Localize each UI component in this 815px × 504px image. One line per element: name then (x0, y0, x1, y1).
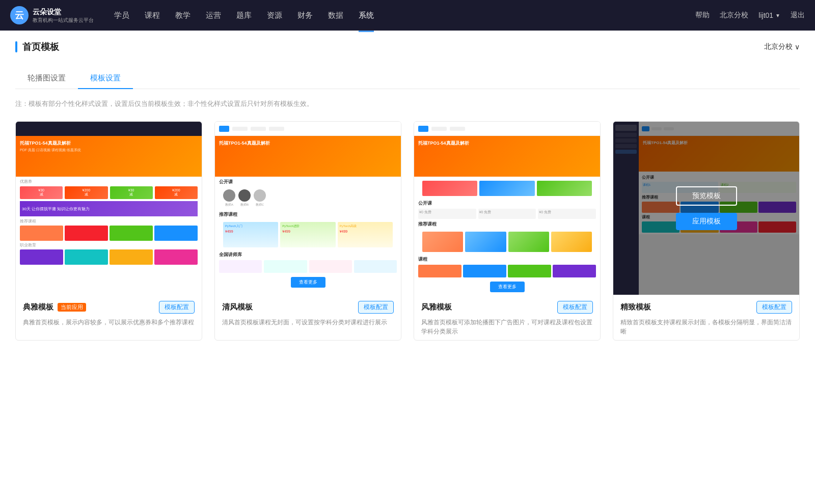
branch-selector-label: 北京分校 (764, 42, 793, 51)
templates-grid: 托福TPO1-54真题及解析 PDF·真题·口语视频·课程视频·练题系统 优惠券… (15, 121, 800, 341)
template-card-qingfeng: 托福TPO1-54真题及解析 公开课 教师A 教师B (214, 121, 401, 341)
nav-help[interactable]: 帮助 (695, 11, 710, 20)
template-footer-qingfeng: 清风模板 模板配置 清风首页模板课程无封面，可设置按学科分类对课程进行展示 (215, 295, 401, 331)
template-footer-dianya: 典雅模板 当前应用 模板配置 典雅首页模板，展示内容较多，可以展示优惠券和多个推… (16, 295, 202, 331)
logo-icon: 云 (10, 6, 29, 24)
branch-selector-arrow: ∨ (795, 43, 800, 51)
nav-item-operations[interactable]: 运营 (206, 9, 221, 22)
nav-username: lijt01 (758, 11, 773, 19)
nav-user[interactable]: lijt01 ▼ (758, 11, 780, 19)
template-card-jingzhi: 托福TPO1-54真题及解析 公开课 课程1 课程2 推荐课程 (613, 121, 800, 341)
nav-item-resources[interactable]: 资源 (267, 9, 282, 22)
template-card-fengya: 托福TPO1-54真题及解析 公开课 ¥0 免费 ¥0 免费 ¥0 免费 推荐课… (414, 121, 601, 341)
template-card-dianya: 托福TPO1-54真题及解析 PDF·真题·口语视频·课程视频·练题系统 优惠券… (15, 121, 202, 341)
nav-item-data[interactable]: 数据 (328, 9, 343, 22)
t3-more-btn[interactable]: 查看更多 (490, 282, 525, 292)
template-desc-jingzhi: 精致首页模板支持课程展示封面，各模板分隔明显，界面简洁清晰 (620, 318, 792, 336)
template-desc-qingfeng: 清风首页模板课程无封面，可设置按学科分类对课程进行展示 (222, 318, 394, 327)
template-footer-fengya: 风雅模板 模板配置 风雅首页模板可添加轮播图下广告图片，可对课程及课程包设置学科… (414, 295, 600, 340)
nav-item-questions[interactable]: 题库 (236, 9, 252, 22)
logo-main: 云朵设堂 (33, 7, 94, 16)
page-title: 首页模板 (22, 41, 59, 53)
t3-hero: 托福TPO1-54真题及解析 (414, 136, 600, 177)
template-footer-jingzhi: 精致模板 模板配置 精致首页模板支持课程展示封面，各模板分隔明显，界面简洁清晰 (613, 295, 799, 340)
nav-user-arrow: ▼ (775, 13, 780, 18)
nav-item-teaching[interactable]: 教学 (175, 9, 191, 22)
tabs-container: 轮播图设置 模板设置 (15, 68, 800, 89)
template-name-dianya: 典雅模板 (23, 302, 53, 312)
current-badge-dianya: 当前应用 (58, 303, 86, 312)
nav-item-system[interactable]: 系统 (359, 9, 374, 22)
template-name-fengya: 风雅模板 (421, 302, 452, 312)
note-text: 注：模板有部分个性化样式设置，设置后仅当前模板生效；非个性化样式设置后只针对所有… (15, 99, 800, 108)
tab-template[interactable]: 模板设置 (78, 68, 133, 89)
t1-header (16, 122, 202, 136)
nav-item-students[interactable]: 学员 (114, 9, 129, 22)
template-desc-dianya: 典雅首页模板，展示内容较多，可以展示优惠券和多个推荐课程 (23, 318, 195, 327)
template-name-qingfeng: 清风模板 (222, 302, 253, 312)
template-preview-jingzhi: 托福TPO1-54真题及解析 公开课 课程1 课程2 推荐课程 (613, 122, 799, 295)
logo-text: 云朵设堂 教育机构一站式服务云平台 (33, 7, 94, 23)
nav-branch[interactable]: 北京分校 (720, 11, 748, 20)
t2-hero: 托福TPO1-54真题及解析 (215, 136, 401, 177)
template-preview-dianya: 托福TPO1-54真题及解析 PDF·真题·口语视频·课程视频·练题系统 优惠券… (16, 122, 202, 295)
main-content: 首页模板 北京分校 ∨ 轮播图设置 模板设置 注：模板有部分个性化样式设置，设置… (0, 31, 815, 504)
t2-more-btn[interactable]: 查看更多 (291, 277, 325, 288)
page-header: 首页模板 北京分校 ∨ (15, 41, 800, 58)
template-desc-fengya: 风雅首页模板可添加轮播图下广告图片，可对课程及课程包设置学科分类展示 (421, 318, 593, 336)
nav-menu: 学员 课程 教学 运营 题库 资源 财务 数据 系统 (114, 9, 695, 22)
t2-header (215, 122, 401, 136)
t1-hero-content: 托福TPO1-54真题及解析 PDF·真题·口语视频·课程视频·练题系统 (16, 136, 202, 157)
preview-overlay-jingzhi: 预览模板 应用模板 (613, 122, 799, 295)
template-preview-qingfeng: 托福TPO1-54真题及解析 公开课 教师A 教师B (215, 122, 401, 295)
apply-template-btn[interactable]: 应用模板 (676, 213, 737, 230)
nav-right: 帮助 北京分校 lijt01 ▼ 退出 (695, 11, 805, 20)
config-btn-jingzhi[interactable]: 模板配置 (756, 301, 792, 314)
t3-header (414, 122, 600, 136)
t1-middle-section: 优惠券 ¥30减 ¥200减 ¥30减 ¥200减 30天 让你摆脱平庸 知识让… (16, 177, 202, 267)
t1-hero: 托福TPO1-54真题及解析 PDF·真题·口语视频·课程视频·练题系统 (16, 136, 202, 177)
nav-bar: 云 云朵设堂 教育机构一站式服务云平台 学员 课程 教学 运营 题库 资源 财务… (0, 0, 815, 31)
logo-sub: 教育机构一站式服务云平台 (33, 17, 94, 23)
page-title-wrapper: 首页模板 (15, 41, 59, 53)
config-btn-fengya[interactable]: 模板配置 (557, 301, 593, 314)
branch-selector[interactable]: 北京分校 ∨ (764, 42, 800, 51)
page-title-bar (15, 41, 17, 52)
nav-item-courses[interactable]: 课程 (145, 9, 160, 22)
config-btn-dianya[interactable]: 模板配置 (159, 301, 195, 314)
nav-logout[interactable]: 退出 (791, 11, 805, 20)
template-preview-fengya: 托福TPO1-54真题及解析 公开课 ¥0 免费 ¥0 免费 ¥0 免费 推荐课… (414, 122, 600, 295)
config-btn-qingfeng[interactable]: 模板配置 (358, 301, 394, 314)
nav-logo: 云 云朵设堂 教育机构一站式服务云平台 (10, 6, 94, 24)
template-name-jingzhi: 精致模板 (620, 302, 651, 312)
nav-item-finance[interactable]: 财务 (297, 9, 313, 22)
preview-template-btn[interactable]: 预览模板 (676, 186, 737, 206)
tab-carousel[interactable]: 轮播图设置 (15, 68, 78, 89)
